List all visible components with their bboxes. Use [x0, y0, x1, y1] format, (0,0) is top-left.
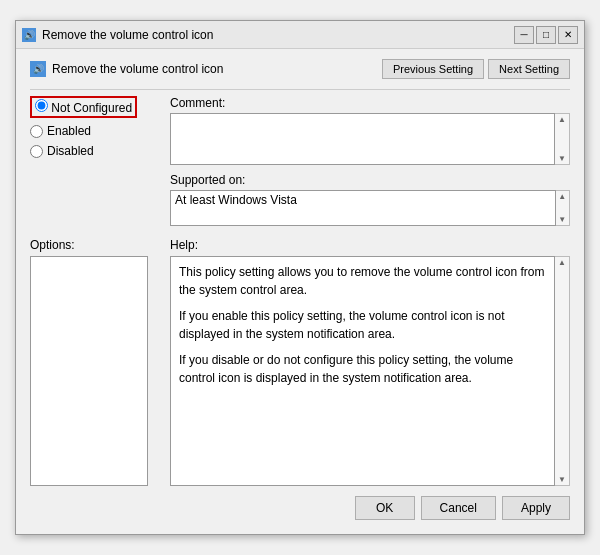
help-paragraph-1: This policy setting allows you to remove… [179, 263, 546, 299]
separator [30, 89, 570, 90]
help-paragraph-3: If you disable or do not configure this … [179, 351, 546, 387]
supported-label: Supported on: [170, 173, 570, 187]
enabled-label: Enabled [47, 124, 91, 138]
dialog-icon: 🔊 [30, 61, 46, 77]
comment-textarea[interactable] [170, 113, 555, 165]
maximize-button[interactable]: □ [536, 26, 556, 44]
help-paragraph-2: If you enable this policy setting, the v… [179, 307, 546, 343]
title-bar: 🔊 Remove the volume control icon ─ □ ✕ [16, 21, 584, 49]
radio-group: Not Configured Enabled Disabled [30, 96, 160, 158]
right-panel: Comment: ▲ ▼ Supported on: [170, 96, 570, 232]
scroll-up-arrow: ▲ [557, 114, 567, 125]
help-label: Help: [170, 238, 570, 252]
cancel-button[interactable]: Cancel [421, 496, 496, 520]
nav-buttons: Previous Setting Next Setting [382, 59, 570, 79]
dialog-title-row: 🔊 Remove the volume control icon [30, 61, 223, 77]
left-panel: Not Configured Enabled Disabled [30, 96, 160, 232]
supported-wrapper: At least Windows Vista ▲ ▼ [170, 190, 570, 226]
comment-wrapper: ▲ ▼ [170, 113, 570, 165]
main-section: Not Configured Enabled Disabled [30, 96, 570, 232]
disabled-label: Disabled [47, 144, 94, 158]
prev-setting-button[interactable]: Previous Setting [382, 59, 484, 79]
main-window: 🔊 Remove the volume control icon ─ □ ✕ 🔊… [15, 20, 585, 535]
ok-button[interactable]: OK [355, 496, 415, 520]
title-bar-left: 🔊 Remove the volume control icon [22, 28, 213, 42]
next-setting-button[interactable]: Next Setting [488, 59, 570, 79]
supported-section: Supported on: At least Windows Vista ▲ ▼ [170, 173, 570, 226]
help-scroll-wrapper: This policy setting allows you to remove… [170, 256, 570, 486]
dialog-header: 🔊 Remove the volume control icon Previou… [30, 59, 570, 79]
supported-scroll-down: ▼ [557, 214, 567, 225]
scroll-down-arrow: ▼ [557, 153, 567, 164]
help-panel: Help: This policy setting allows you to … [170, 238, 570, 486]
supported-text: At least Windows Vista [175, 193, 297, 207]
close-button[interactable]: ✕ [558, 26, 578, 44]
disabled-option[interactable]: Disabled [30, 144, 160, 158]
supported-scroll-up: ▲ [557, 191, 567, 202]
help-box: This policy setting allows you to remove… [170, 256, 555, 486]
apply-button[interactable]: Apply [502, 496, 570, 520]
window-title: Remove the volume control icon [42, 28, 213, 42]
options-panel: Options: [30, 238, 160, 486]
enabled-radio[interactable] [30, 125, 43, 138]
help-scroll-down: ▼ [557, 474, 567, 485]
supported-scrollbar: ▲ ▼ [556, 190, 570, 226]
not-configured-option[interactable]: Not Configured [30, 96, 160, 118]
comment-scrollbar: ▲ ▼ [555, 113, 570, 165]
comment-section: Comment: ▲ ▼ [170, 96, 570, 165]
options-label: Options: [30, 238, 160, 252]
comment-label: Comment: [170, 96, 570, 110]
not-configured-label: Not Configured [51, 101, 132, 115]
title-bar-buttons: ─ □ ✕ [514, 26, 578, 44]
options-help-section: Options: Help: This policy setting allow… [30, 238, 570, 486]
footer-buttons: OK Cancel Apply [30, 496, 570, 524]
not-configured-box: Not Configured [30, 96, 137, 118]
not-configured-radio[interactable] [35, 99, 48, 112]
dialog-title: Remove the volume control icon [52, 62, 223, 76]
options-box [30, 256, 148, 486]
disabled-radio[interactable] [30, 145, 43, 158]
window-icon: 🔊 [22, 28, 36, 42]
content-area: 🔊 Remove the volume control icon Previou… [16, 49, 584, 534]
help-scrollbar: ▲ ▼ [555, 256, 570, 486]
help-scroll-up: ▲ [557, 257, 567, 268]
supported-value: At least Windows Vista [170, 190, 556, 226]
minimize-button[interactable]: ─ [514, 26, 534, 44]
enabled-option[interactable]: Enabled [30, 124, 160, 138]
